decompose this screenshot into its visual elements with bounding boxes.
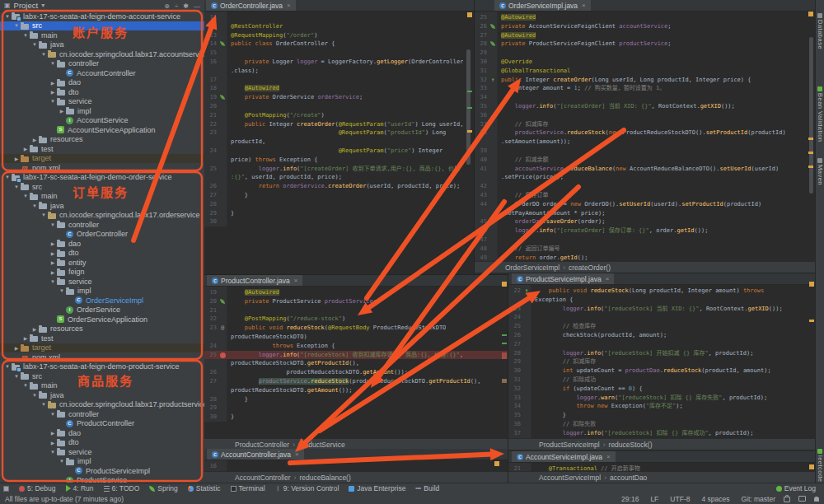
tree-item[interactable]: COrderServiceImpl	[0, 296, 204, 306]
close-icon[interactable]: ×	[606, 275, 610, 282]
code-line[interactable]: 24 throws Exception {	[204, 342, 508, 351]
code-line[interactable]: 32↑public Integer createOrder(Long userI…	[475, 76, 817, 85]
expand-arrow-icon[interactable]: ▶	[49, 430, 57, 436]
code-line[interactable]: 37 logger.info("[reduceStock] 扣除 {} 库存成功…	[508, 429, 817, 438]
status-item[interactable]: LF	[650, 495, 658, 503]
expand-arrow-icon[interactable]: ▼	[49, 450, 57, 455]
expand-arrow-icon[interactable]: ▶	[30, 137, 39, 142]
code-line[interactable]: 25 logger.info("[reduceStock] 收到扣减库存请求, …	[204, 351, 508, 360]
expand-arrow-icon[interactable]: ▼	[12, 184, 21, 189]
tree-item[interactable]: ▶resources	[0, 135, 204, 145]
expand-arrow-icon[interactable]: ▼	[21, 383, 30, 388]
toolwindow-todo[interactable]: 6: TODO	[104, 484, 140, 492]
tree-item[interactable]: ▼cn.iocoder.springcloud.labx17.orderserv…	[0, 211, 204, 221]
code-line[interactable]: 38 productService.reduceStock(new Produc…	[475, 128, 817, 138]
tab-AccountServiceImpl.java[interactable]: CAccountServiceImpl.java×	[512, 451, 616, 462]
code-line[interactable]: 28 logger.info("[reduceStock] 开始扣减 {} 库存…	[508, 349, 817, 358]
expand-arrow-icon[interactable]: ▼	[49, 412, 57, 417]
breadcrumb-item[interactable]: OrderServiceImpl	[505, 264, 559, 272]
code-line[interactable]: price) throws Exception {	[204, 156, 474, 165]
code-line[interactable]: 36 // 扣除失败	[508, 420, 817, 429]
code-line[interactable]: 26 checkStock(productId, amount);	[508, 331, 817, 340]
tree-item[interactable]: ▼impl	[0, 457, 204, 467]
expand-arrow-icon[interactable]: ▶	[58, 108, 66, 114]
code-line[interactable]: 39	[475, 147, 817, 156]
code-line[interactable]: 24	[508, 313, 817, 322]
code-line[interactable]: .class);	[204, 67, 474, 76]
code-line[interactable]: 34	[475, 93, 817, 102]
code-line[interactable]: .setPrice(price));	[475, 173, 817, 182]
tab-AccountController.java[interactable]: CAccountController.java×	[207, 449, 304, 460]
toolwindow-bean-validation[interactable]: Bean Validation	[816, 86, 824, 142]
tree-item[interactable]: ▼src	[0, 182, 204, 192]
expand-arrow-icon[interactable]: ▼	[21, 194, 30, 198]
code-line[interactable]: 27 productService.reduceStock(productRed…	[204, 377, 508, 386]
expand-arrow-icon[interactable]: ▼	[40, 212, 48, 217]
code-line[interactable]: 23 logger.info("[reduceStock] 当前 XID: {}…	[508, 305, 817, 314]
code-line[interactable]: 22 public Integer createOrder(@RequestPa…	[204, 120, 474, 129]
code-line[interactable]: 32 if (updateCount == 0) {	[508, 385, 817, 394]
code-line[interactable]: 13@RequestMapping("/order")	[204, 31, 474, 40]
tree-item[interactable]: ▼java	[0, 201, 204, 211]
toolwindow-spring[interactable]: Spring	[149, 484, 178, 492]
tab-ProductServiceImpl.java[interactable]: CProductServiceImpl.java×	[512, 273, 614, 284]
tree-item[interactable]: ▼labx-17-sc-seata-at-feign-demo-product-…	[0, 362, 204, 372]
tab-OrderController.java[interactable]: COrderController.java×	[206, 0, 296, 11]
close-icon[interactable]: ×	[295, 450, 299, 458]
editor-account-service-impl[interactable]: CAccountServiceImpl.java×21 @Transaction…	[508, 451, 817, 483]
event-log-button[interactable]: Event Log	[776, 484, 816, 492]
code-line[interactable]: 23@ public void reduceStock(@RequestBody…	[204, 324, 508, 333]
code-line[interactable]: 29}	[204, 209, 474, 218]
code-line[interactable]: 28 }	[204, 395, 508, 404]
expand-arrow-icon[interactable]: ▶	[49, 89, 57, 95]
breadcrumb-item[interactable]: ProductController	[235, 441, 289, 449]
tree-item[interactable]: ▶test	[0, 144, 204, 154]
close-icon[interactable]: ×	[287, 2, 291, 9]
scrollbar-thumb[interactable]	[809, 37, 813, 194]
editor-product-controller[interactable]: CProductController.java×19 @Autowired20 …	[204, 274, 508, 450]
toolwindow-maven[interactable]: Maven	[816, 158, 824, 185]
expand-arrow-icon[interactable]: ▼	[12, 374, 21, 379]
code-line[interactable]: 27	[508, 340, 817, 349]
tree-item[interactable]: ▶dto	[0, 438, 204, 448]
tree-item[interactable]: ▼main	[0, 381, 204, 391]
code-line[interactable]: 17	[204, 76, 474, 85]
expand-arrow-icon[interactable]: ▶	[49, 80, 57, 86]
code-line[interactable]: 42	[475, 182, 817, 191]
code-line[interactable]: 21	[204, 306, 508, 315]
tree-item[interactable]: ▶entity	[0, 258, 204, 268]
tree-item[interactable]: ▼impl	[0, 287, 204, 296]
code-line[interactable]: 15	[204, 49, 474, 58]
expand-arrow-icon[interactable]: ▼	[12, 23, 21, 28]
code-line[interactable]: .setPayAmount(amount * price);	[475, 209, 817, 218]
tree-item[interactable]: CProductServiceImpl	[0, 466, 204, 476]
code-line[interactable]: 25 // 检查库存	[508, 322, 817, 331]
tree-item[interactable]: ▼main	[0, 30, 204, 40]
expand-arrow-icon[interactable]: ▼	[3, 14, 12, 19]
code-line[interactable]: 20 private ProductService productService…	[204, 297, 508, 306]
code-line[interactable]: 20	[204, 102, 474, 111]
code-line[interactable]: 28	[204, 200, 474, 209]
code-area[interactable]: 25@Autowired26private AccountServiceFeig…	[475, 12, 817, 262]
code-line[interactable]: .setAmount(amount));	[475, 138, 817, 147]
code-line[interactable]: 18 @Autowired	[204, 84, 474, 93]
tree-item[interactable]: ▶dao	[0, 78, 204, 88]
editor-account-controller[interactable]: CAccountController.java×16AccountControl…	[204, 449, 508, 483]
close-icon[interactable]: ×	[582, 2, 586, 9]
tree-item[interactable]: ▼java	[0, 40, 204, 50]
code-line[interactable]: 41 accountService.reduceBalance(new Acco…	[475, 165, 817, 174]
code-line[interactable]: 22 @PostMapping("/reduce-stock")	[204, 315, 508, 324]
code-line[interactable]: 34 throw new Exception("库存不足");	[508, 402, 817, 411]
tree-item[interactable]: ▼service	[0, 447, 204, 457]
code-line[interactable]: 48 // 返回订单编号	[475, 245, 817, 254]
code-line[interactable]: productReduceStockDTO.getAmount());	[204, 386, 508, 395]
code-line[interactable]: 29	[475, 49, 817, 58]
tree-item[interactable]: ▼main	[0, 192, 204, 202]
code-line[interactable]: 25@Autowired	[475, 13, 817, 22]
expand-arrow-icon[interactable]: ▼	[3, 364, 12, 369]
code-line[interactable]: 27@Autowired	[475, 31, 817, 40]
code-line[interactable]: 29 // 扣减库存	[508, 357, 817, 366]
code-line[interactable]: 31 // 扣除成功	[508, 376, 817, 385]
code-line[interactable]: 23 @RequestParam("productId") Long	[204, 128, 474, 138]
breadcrumb-item[interactable]: createOrder()	[569, 264, 611, 272]
